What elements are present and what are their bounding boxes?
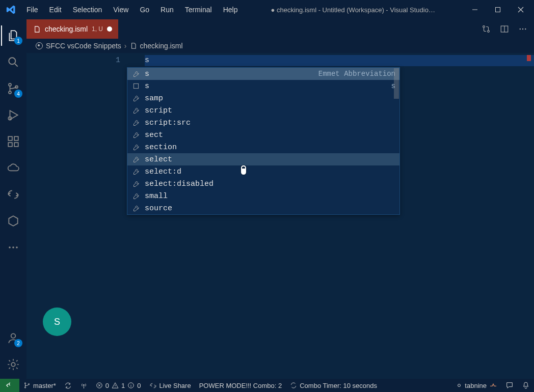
svg-point-17 — [488, 31, 490, 33]
suggest-item[interactable]: select — [127, 153, 399, 165]
status-sync[interactable] — [60, 379, 76, 392]
activity-settings[interactable] — [1, 352, 25, 377]
menu-go[interactable]: Go — [135, 4, 154, 16]
menu-terminal[interactable]: Terminal — [180, 4, 217, 16]
status-remote-button[interactable] — [0, 379, 19, 392]
suggest-item[interactable]: select:disabled — [127, 178, 399, 190]
svg-rect-1 — [495, 8, 500, 12]
suggest-item[interactable]: source — [127, 202, 399, 214]
activity-run-debug[interactable] — [1, 103, 25, 127]
code-line-1[interactable]: s — [145, 55, 534, 66]
vscode-logo-icon — [5, 4, 17, 16]
menu-file[interactable]: File — [21, 4, 43, 16]
activity-source-control[interactable]: 4 — [1, 76, 25, 101]
status-tabnine[interactable]: tabnine — [452, 379, 501, 392]
suggest-item-label: sect — [145, 131, 395, 139]
minimize-button[interactable] — [463, 0, 486, 19]
status-combo-timer[interactable]: Combo Timer: 10 seconds — [286, 379, 381, 392]
suggest-item[interactable]: sEmmet Abbreviation — [127, 68, 399, 80]
ellipsis-icon — [518, 24, 527, 34]
suggest-item[interactable]: sect — [127, 129, 399, 141]
status-notifications[interactable] — [518, 379, 534, 392]
suggest-widget[interactable]: sEmmet Abbreviationsssampscriptscript:sr… — [127, 67, 400, 215]
suggest-item-detail: Emmet Abbreviation — [318, 70, 395, 78]
suggest-item[interactable]: select:d — [127, 165, 399, 178]
status-live-share[interactable]: Live Share — [145, 379, 195, 392]
wrench-icon — [131, 179, 141, 188]
status-error-count: 0 — [105, 382, 109, 389]
suggest-item[interactable]: ss — [127, 80, 399, 92]
status-port[interactable] — [76, 379, 92, 392]
scm-badge: 4 — [14, 90, 22, 98]
close-button[interactable] — [509, 0, 532, 19]
svg-point-25 — [24, 387, 25, 388]
more-actions-button[interactable] — [517, 23, 529, 35]
status-warning-count: 1 — [121, 382, 125, 389]
status-feedback[interactable] — [501, 379, 518, 392]
menu-edit[interactable]: Edit — [44, 4, 67, 16]
debug-icon — [7, 108, 20, 122]
activity-live-share[interactable] — [1, 182, 25, 207]
menu-help[interactable]: Help — [218, 4, 243, 16]
activity-cloud[interactable] — [1, 156, 25, 180]
menu-selection[interactable]: Selection — [68, 4, 108, 16]
svg-rect-0 — [472, 10, 477, 10]
status-problems[interactable]: 0 1 0 — [92, 379, 145, 392]
activity-hexagon[interactable] — [1, 209, 25, 233]
activity-extensions[interactable] — [1, 129, 25, 154]
suggest-item[interactable]: small — [127, 190, 399, 202]
tab-checking-isml[interactable]: checking.isml 1, U — [26, 19, 118, 39]
suggest-item[interactable]: script — [127, 104, 399, 117]
compare-changes-button[interactable] — [480, 23, 492, 35]
overview-ruler[interactable] — [527, 53, 534, 379]
live-share-icon — [7, 188, 20, 201]
warning-icon — [112, 382, 119, 389]
svg-rect-9 — [14, 143, 18, 147]
hand-icon — [489, 382, 497, 388]
svg-point-27 — [83, 384, 85, 386]
avatar-bubble[interactable]: S — [43, 307, 71, 336]
file-icon — [130, 42, 137, 49]
svg-point-2 — [9, 58, 15, 64]
code-content[interactable]: s — [145, 55, 534, 66]
suggest-item-label: samp — [145, 94, 395, 103]
split-editor-button[interactable] — [498, 23, 511, 35]
ellipsis-icon — [7, 241, 19, 254]
tab-meta: 1, U — [92, 25, 103, 33]
breadcrumbs[interactable]: SFCC vsCode Snippets › checking.isml — [26, 39, 534, 53]
maximize-button[interactable] — [486, 0, 509, 19]
activity-more[interactable] — [1, 235, 25, 260]
git-branch-icon — [23, 382, 31, 389]
svg-rect-7 — [8, 136, 12, 141]
svg-point-15 — [11, 362, 15, 367]
text-kind-icon — [131, 81, 141, 91]
suggest-item[interactable]: section — [127, 141, 399, 153]
suggest-item-label: source — [145, 204, 395, 213]
activity-accounts[interactable]: 2 — [1, 326, 25, 350]
activity-search[interactable] — [1, 50, 25, 74]
editor-actions — [475, 19, 534, 39]
status-power-mode[interactable]: POWER MODE!!! Combo: 2 — [195, 379, 286, 392]
svg-point-13 — [16, 246, 18, 248]
breadcrumb-folder[interactable]: SFCC vsCode Snippets — [46, 42, 121, 50]
suggest-item[interactable]: script:src — [127, 117, 399, 129]
svg-point-21 — [522, 29, 523, 30]
svg-point-12 — [12, 246, 14, 248]
wrench-icon — [131, 106, 141, 115]
svg-rect-8 — [8, 143, 12, 147]
breadcrumb-file[interactable]: checking.isml — [140, 42, 183, 50]
file-icon — [33, 25, 41, 33]
wrench-icon — [131, 118, 141, 127]
status-tabnine-label: tabnine — [465, 382, 487, 389]
status-branch[interactable]: master* — [19, 379, 60, 392]
suggest-scrollbar[interactable] — [394, 68, 399, 99]
suggest-item[interactable]: samp — [127, 92, 399, 104]
activity-explorer[interactable]: 1 — [1, 23, 25, 48]
remote-icon — [6, 381, 14, 389]
chevron-right-icon: › — [124, 42, 127, 50]
suggest-item-label: section — [145, 143, 395, 152]
folder-dot-icon — [36, 42, 43, 49]
wrench-icon — [131, 130, 141, 139]
menu-run[interactable]: Run — [155, 4, 179, 16]
menu-view[interactable]: View — [108, 4, 134, 16]
